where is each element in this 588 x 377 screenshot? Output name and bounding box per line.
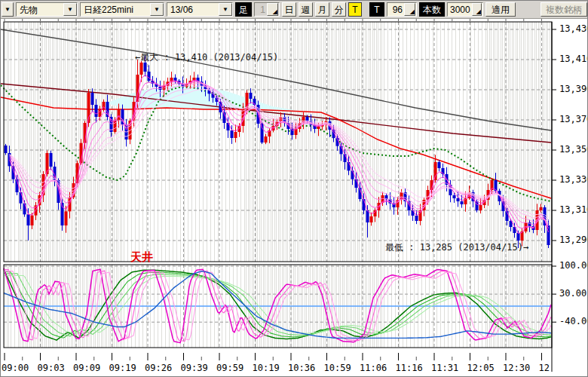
candle-body [370,216,373,222]
price-axis-label: 13,430 [559,23,588,34]
price-axis-label: 13,390 [559,84,588,94]
candle-body [148,72,151,81]
candle-body [355,179,358,188]
price-axis-label: 13,290 [559,234,588,245]
candle-body [415,216,418,221]
candle-body [50,153,53,167]
multi-symbol-button: 複数銘柄 [541,2,587,17]
spinner-icon[interactable]: ◢ [472,3,482,16]
candle-body [317,127,320,129]
candle-body [479,205,482,210]
osc-axis-label: 100.00 [559,260,588,271]
interval-stepper: 1 ◢ [254,2,280,17]
chart-canvas[interactable] [1,1,588,377]
symbol-combobox[interactable]: 日経225mini ▼ [80,2,164,17]
time-axis-label: 11:06 [360,363,387,373]
ceiling-annotation: 天井 [130,250,153,265]
bar-count-stepper[interactable]: 3000 ◢ [447,2,483,17]
candle-body [231,130,234,138]
candle-body [265,136,268,143]
price-axis-label: 13,310 [559,204,588,215]
candle-body [31,216,34,225]
time-axis-label: 10:59 [324,363,351,373]
candle-body [261,124,264,143]
candle-body [461,201,464,204]
bar-type-label: 足 [235,2,252,17]
chevron-down-icon[interactable]: ▼ [219,3,232,16]
time-axis-label: 09:00 [2,363,29,373]
time-axis-label: 09:39 [181,363,208,373]
oscillator-line [4,270,551,342]
time-axis-label: 11:16 [396,363,423,373]
candle-body [23,204,26,215]
candle-body [453,195,456,198]
contract-month-combobox[interactable]: 13/06 ▼ [167,2,233,17]
candle-body [250,93,253,99]
candle-body [174,78,177,81]
spinner-icon[interactable]: ◢ [267,3,278,16]
apply-button[interactable]: 適用 [485,2,516,17]
candle-body [351,170,354,179]
time-axis-label: 12:05 [467,363,495,373]
candle-body [20,192,23,204]
candle-body [140,63,143,75]
candle-body [27,214,30,225]
period-minute-button[interactable]: 分 [332,2,346,17]
candle-body [95,105,98,117]
market-combobox[interactable]: 先物 ▼ [16,2,78,17]
session-high-annotation: ←最大 : 13,410 (2013/04/15) [135,51,278,64]
period-week-button[interactable]: 週 [299,2,313,17]
time-axis-label: 12 [539,363,550,373]
time-axis-label: 10:36 [288,363,315,373]
time-axis-label: 09:59 [216,363,243,373]
toolbar-collapse-button[interactable]: ▼ [2,2,14,17]
bar-count-label: 本数 [419,2,445,17]
price-axis-label: 13,350 [559,144,588,155]
chevron-down-icon[interactable]: ▼ [150,3,164,16]
osc-axis-label: 30.00 [559,288,586,299]
candle-body [540,207,543,210]
time-axis-label: 12:30 [503,363,530,373]
period-month-button[interactable]: 月 [315,2,329,17]
period-tick-button-active[interactable]: T [348,2,362,17]
candle-body [91,93,94,105]
osc-axis-label: -40.00 [559,316,588,326]
tick-count-value: 96 [390,5,403,14]
time-axis-label: 09:03 [38,363,65,373]
price-axis-label: 13,330 [559,174,588,185]
interval-value: 1 [257,5,265,14]
time-axis-label: 09:19 [109,363,136,373]
green-dotted-ma [1,85,551,201]
candle-body [306,117,309,121]
bar-count-value: 3000 [450,5,470,14]
candle-body [434,162,437,180]
symbol-value: 日経225mini [84,5,149,14]
candle-body [419,210,422,221]
price-axis-label: 13,370 [559,114,588,124]
chevron-down-icon[interactable]: ▼ [63,3,77,16]
chart-window: ▼ 先物 ▼ 日経225mini ▼ 13/06 ▼ 足 1 ◢ 日 週 月 分… [0,0,588,377]
tick-count-stepper[interactable]: 96 ◢ [387,2,417,17]
time-axis-label: 11:31 [431,363,458,373]
period-day-button[interactable]: 日 [282,2,296,17]
toolbar: ▼ 先物 ▼ 日経225mini ▼ 13/06 ▼ 足 1 ◢ 日 週 月 分… [1,1,588,19]
gray-trend-line [1,29,551,130]
candle-body [65,211,68,225]
candle-body [517,233,520,241]
tick-count-label: T [369,2,384,17]
candle-body [344,154,347,162]
time-axis-label: 09:09 [73,363,100,373]
market-value: 先物 [20,5,62,14]
price-axis-label: 13,410 [559,54,588,64]
contract-month-value: 13/06 [170,5,217,14]
time-axis-label: 09:26 [145,363,172,373]
candle-body [234,132,237,138]
spinner-icon[interactable]: ◢ [404,3,415,16]
ema-ribbon-line [10,84,549,224]
candle-body [438,162,441,168]
candle-body [457,198,460,201]
candle-body [5,146,8,153]
time-axis-label: 10:19 [253,363,280,373]
session-low-annotation: 最低 : 13,285 (2013/04/15)→ [385,241,528,254]
